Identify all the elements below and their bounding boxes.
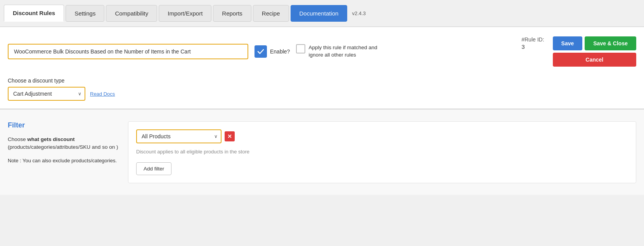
discount-type-select[interactable]: Cart Adjustment Percentage Discount Fixe… xyxy=(8,87,85,101)
filter-hint: Discount applies to all eligible product… xyxy=(136,149,628,155)
save-button[interactable]: Save xyxy=(553,36,583,50)
tab-compatibility[interactable]: Compatibility xyxy=(106,5,157,22)
add-filter-button[interactable]: Add filter xyxy=(136,162,171,175)
enable-label: Enable? xyxy=(270,48,290,55)
tab-reports[interactable]: Reports xyxy=(213,5,251,22)
ignore-checkbox[interactable] xyxy=(296,44,305,53)
rule-id-buttons-group: #Rule ID: 3 Save Save & Close Cancel xyxy=(521,36,636,67)
discount-type-row: Choose a discount type Cart Adjustment P… xyxy=(8,77,636,101)
discount-type-label: Choose a discount type xyxy=(8,77,636,84)
rule-id-block: #Rule ID: 3 xyxy=(521,36,544,50)
tab-recipe[interactable]: Recipe xyxy=(253,5,289,22)
discount-type-select-wrapper: Cart Adjustment Percentage Discount Fixe… xyxy=(8,87,85,101)
save-row: Save Save & Close xyxy=(553,36,636,50)
rule-id-label: #Rule ID: xyxy=(521,36,544,43)
rule-name-input[interactable] xyxy=(8,44,248,59)
filter-desc-suffix: (products/categories/attributes/SKU and … xyxy=(8,144,118,150)
filter-row: All Products Specific Products Product C… xyxy=(136,129,628,143)
enable-group: Enable? xyxy=(254,45,290,58)
remove-icon: ✕ xyxy=(227,133,232,139)
cancel-button[interactable]: Cancel xyxy=(553,53,636,67)
read-docs-link[interactable]: Read Docs xyxy=(90,91,115,97)
rule-config-row: Enable? Apply this rule if matched and i… xyxy=(8,36,636,67)
ignore-text: Apply this rule if matched and ignore al… xyxy=(308,44,386,59)
filter-note: Note : You can also exclude products/cat… xyxy=(8,157,120,165)
filter-description: Choose what gets discount (products/cate… xyxy=(8,136,120,151)
filter-right-panel: All Products Specific Products Product C… xyxy=(128,121,636,183)
enable-checkbox[interactable] xyxy=(254,45,267,58)
rule-config-section: Enable? Apply this rule if matched and i… xyxy=(0,27,644,110)
save-close-button[interactable]: Save & Close xyxy=(585,36,636,50)
tab-import-export[interactable]: Import/Export xyxy=(159,5,211,22)
remove-filter-button[interactable]: ✕ xyxy=(225,131,235,141)
tab-documentation[interactable]: Documentation xyxy=(291,5,348,22)
discount-type-select-wrap: Cart Adjustment Percentage Discount Fixe… xyxy=(8,87,636,101)
ignore-rule-group: Apply this rule if matched and ignore al… xyxy=(296,44,386,59)
checkmark-icon xyxy=(257,48,264,55)
rule-id-number: 3 xyxy=(521,43,525,50)
top-navigation: Discount Rules Settings Compatibility Im… xyxy=(0,0,644,27)
filter-select-wrapper: All Products Specific Products Product C… xyxy=(136,129,222,143)
filter-title: Filter xyxy=(8,121,120,129)
filter-select[interactable]: All Products Specific Products Product C… xyxy=(136,129,222,143)
action-buttons: Save Save & Close Cancel xyxy=(553,36,636,67)
version-label: v2.4.3 xyxy=(352,10,365,16)
filter-section: Filter Choose what gets discount (produc… xyxy=(0,110,644,195)
filter-desc-prefix: Choose xyxy=(8,136,27,142)
tab-discount-rules[interactable]: Discount Rules xyxy=(4,5,64,22)
tab-settings[interactable]: Settings xyxy=(66,5,104,22)
filter-desc-bold: what gets discount xyxy=(27,136,74,142)
filter-left-panel: Filter Choose what gets discount (produc… xyxy=(8,121,128,183)
